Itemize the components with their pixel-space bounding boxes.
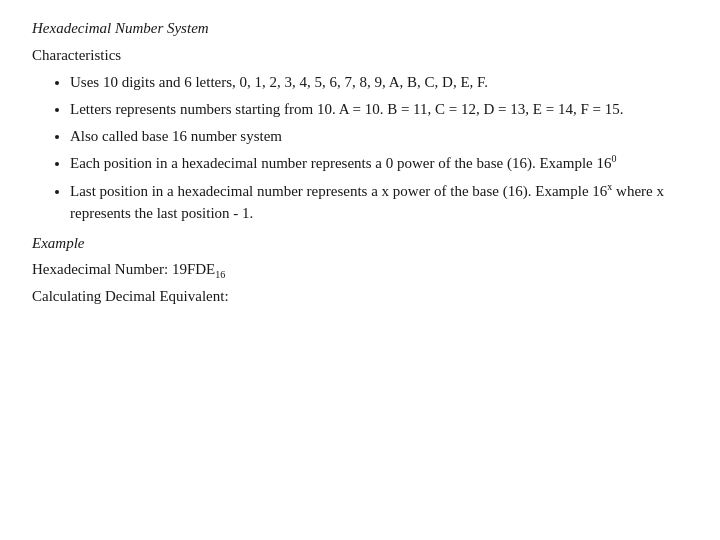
superscript-0: 0 [611,153,616,164]
bullet-text-1: Uses 10 digits and 6 letters, 0, 1, 2, 3… [70,74,488,90]
hex-subscript: 16 [215,269,225,280]
calculating-line: Calculating Decimal Equivalent: [32,286,688,308]
list-item: Each position in a hexadecimal number re… [70,152,688,175]
list-item: Also called base 16 number system [70,126,688,148]
list-item: Letters represents numbers starting from… [70,99,688,121]
list-item: Uses 10 digits and 6 letters, 0, 1, 2, 3… [70,72,688,94]
list-item: Last position in a hexadecimal number re… [70,180,688,225]
example-heading: Example [32,233,688,254]
characteristics-heading: Characteristics [32,45,688,66]
bullet-text-3: Also called base 16 number system [70,128,282,144]
bullet-text-5: Last position in a hexadecimal number re… [70,183,607,199]
hex-number-line: Hexadecimal Number: 19FDE16 [32,259,688,283]
hex-number-label: Hexadecimal Number: 19FDE [32,261,215,277]
bullet-list: Uses 10 digits and 6 letters, 0, 1, 2, 3… [32,72,688,225]
page-title: Hexadecimal Number System [32,18,688,39]
bullet-text-2: Letters represents numbers starting from… [70,101,623,117]
bullet-text-4: Each position in a hexadecimal number re… [70,155,611,171]
